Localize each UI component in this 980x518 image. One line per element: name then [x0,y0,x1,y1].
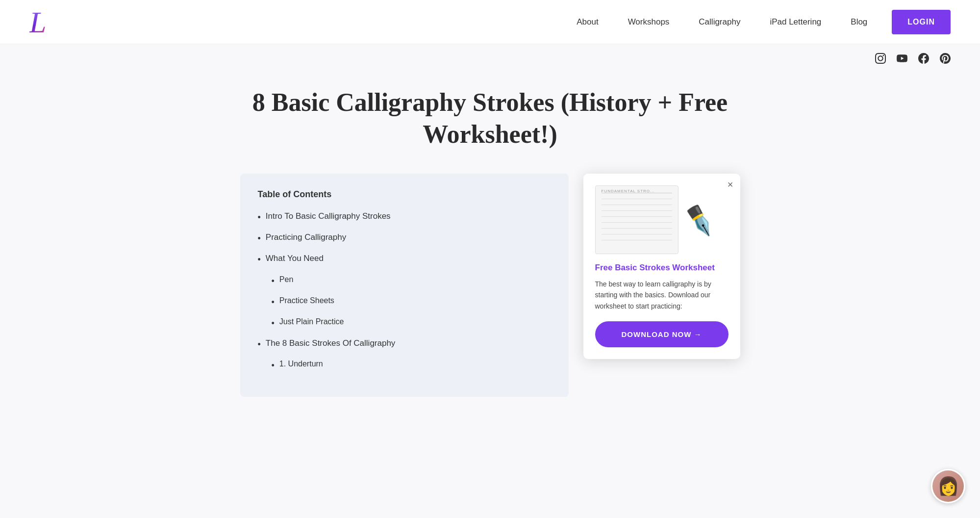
main-content: 8 Basic Calligraphy Strokes (History + F… [221,67,760,426]
toc-list: • Intro To Basic Calligraphy Strokes • P… [258,211,551,372]
nav-calligraphy[interactable]: Calligraphy [684,17,755,27]
toc-item-pen[interactable]: • Pen [272,275,551,287]
main-nav: About Workshops Calligraphy iPad Letteri… [562,10,951,34]
popup-card: × FUNDAMENTAL STRO... ✒️ Free Basic Stro… [583,174,740,359]
toc-item-underturn[interactable]: • 1. Underturn [272,360,551,372]
toc-item-practicing[interactable]: • Practicing Calligraphy [258,233,551,245]
avatar-circle[interactable]: 👩 [931,469,965,503]
toc-sub-list-2: • 1. Underturn [272,360,551,372]
logo-area: L [29,7,46,37]
pinterest-icon[interactable] [940,53,951,67]
nav-workshops[interactable]: Workshops [613,17,684,27]
header: L About Workshops Calligraphy iPad Lette… [0,0,980,44]
youtube-icon[interactable] [897,53,907,67]
popup-image-area: FUNDAMENTAL STRO... ✒️ [583,174,740,260]
nav-about[interactable]: About [562,17,613,27]
facebook-icon[interactable] [918,53,929,67]
nav-blog[interactable]: Blog [836,17,882,27]
nav-ipad-lettering[interactable]: iPad Lettering [755,17,836,27]
instagram-icon[interactable] [875,53,886,67]
pens-icon: ✒️ [680,203,718,236]
toc-sub-list: • Pen • Practice Sheets • Just Plain Pra… [272,275,551,330]
popup-description: The best way to learn calligraphy is by … [595,279,729,311]
page-title: 8 Basic Calligraphy Strokes (History + F… [240,86,740,150]
worksheet-preview-label: FUNDAMENTAL STRO... [602,189,655,193]
popup-heading: Free Basic Strokes Worksheet [595,263,729,273]
popup-close-button[interactable]: × [728,180,733,189]
toc-item-practice-sheets[interactable]: • Practice Sheets [272,296,551,309]
toc-item-just-plain-practice[interactable]: • Just Plain Practice [272,317,551,330]
content-area: Table of Contents • Intro To Basic Calli… [240,174,740,397]
toc-item-what-you-need[interactable]: • What You Need [258,254,551,266]
toc-item-intro[interactable]: • Intro To Basic Calligraphy Strokes [258,211,551,224]
toc-item-8-strokes[interactable]: • The 8 Basic Strokes Of Calligraphy [258,338,551,351]
avatar-image: 👩 [932,470,964,502]
logo[interactable]: L [29,7,46,37]
download-now-button[interactable]: DOWNLOAD NOW → [595,321,729,347]
login-button[interactable]: LOGIN [892,10,951,34]
table-of-contents: Table of Contents • Intro To Basic Calli… [240,174,569,397]
social-bar [0,44,980,67]
toc-heading: Table of Contents [258,189,551,200]
popup-body: Free Basic Strokes Worksheet The best wa… [583,260,740,311]
worksheet-preview-image: FUNDAMENTAL STRO... [595,185,678,254]
